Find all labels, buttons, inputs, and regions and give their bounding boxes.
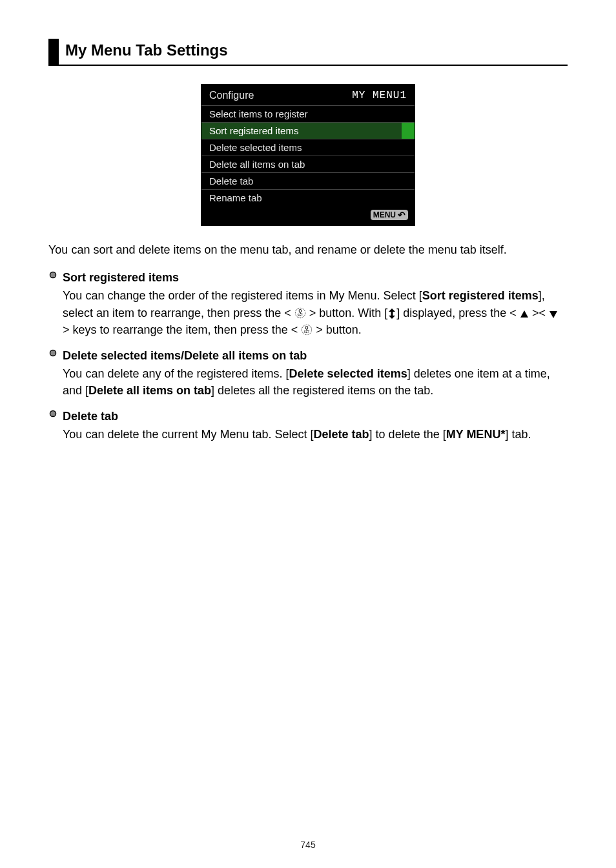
camera-header-left: Configure	[209, 90, 254, 101]
svg-text:SET: SET	[297, 314, 303, 317]
svg-point-13	[50, 410, 56, 416]
bullet-delete-items: Delete selected items/Delete all items o…	[48, 347, 568, 399]
camera-menu-item-highlighted: Sort registered items	[201, 123, 415, 139]
camera-menu-item: Delete selected items	[201, 139, 415, 156]
camera-header: Configure MY MENU1	[201, 85, 415, 106]
down-triangle-icon	[549, 310, 558, 319]
svg-text:Q: Q	[305, 325, 309, 330]
up-triangle-icon	[520, 310, 529, 319]
svg-marker-5	[389, 316, 395, 319]
section-title-bar: My Menu Tab Settings	[48, 39, 568, 66]
bullet-heading: Delete tab	[63, 408, 568, 425]
svg-point-0	[50, 272, 56, 278]
bullet-body: Delete selected items/Delete all items o…	[63, 347, 568, 399]
bullet-paragraph: You can change the order of the register…	[63, 287, 568, 338]
svg-marker-4	[389, 308, 395, 312]
intro-text: You can sort and delete items on the men…	[48, 243, 568, 257]
bullet-icon	[48, 269, 63, 338]
camera-menu-item: Delete all items on tab	[201, 156, 415, 173]
q-set-icon: QSET	[301, 324, 313, 336]
menu-badge-label: MENU	[373, 211, 396, 219]
svg-marker-8	[549, 311, 557, 318]
bullet-sort: Sort registered items You can change the…	[48, 269, 568, 338]
bullet-paragraph: You can delete the current My Menu tab. …	[63, 426, 568, 443]
up-down-diamond-icon	[387, 308, 396, 319]
bullet-heading: Sort registered items	[63, 269, 568, 286]
q-set-icon: QSET	[294, 307, 306, 319]
svg-marker-7	[520, 310, 528, 318]
camera-menu-item: Select items to register	[201, 106, 415, 123]
bullet-icon	[48, 347, 63, 399]
camera-menu-item: Delete tab	[201, 173, 415, 190]
svg-rect-6	[391, 312, 393, 316]
return-icon: ↶	[398, 210, 406, 219]
camera-header-right: MY MENU1	[352, 90, 407, 101]
bullet-icon	[48, 408, 63, 443]
camera-footer: MENU ↶	[201, 206, 415, 225]
svg-text:Q: Q	[298, 308, 302, 314]
camera-screenshot: Configure MY MENU1 Select items to regis…	[201, 84, 415, 226]
bullet-body: Delete tab You can delete the current My…	[63, 408, 568, 443]
bullet-body: Sort registered items You can change the…	[63, 269, 568, 338]
svg-text:SET: SET	[304, 330, 310, 334]
bullet-paragraph: You can delete any of the registered ite…	[63, 365, 568, 399]
page-title: My Menu Tab Settings	[65, 39, 568, 65]
title-accent	[48, 39, 59, 65]
camera-menu-item: Rename tab	[201, 190, 415, 206]
bullet-delete-tab: Delete tab You can delete the current My…	[48, 408, 568, 443]
menu-return-badge: MENU ↶	[371, 210, 408, 220]
svg-point-12	[50, 350, 56, 356]
bullet-heading: Delete selected items/Delete all items o…	[63, 347, 568, 364]
